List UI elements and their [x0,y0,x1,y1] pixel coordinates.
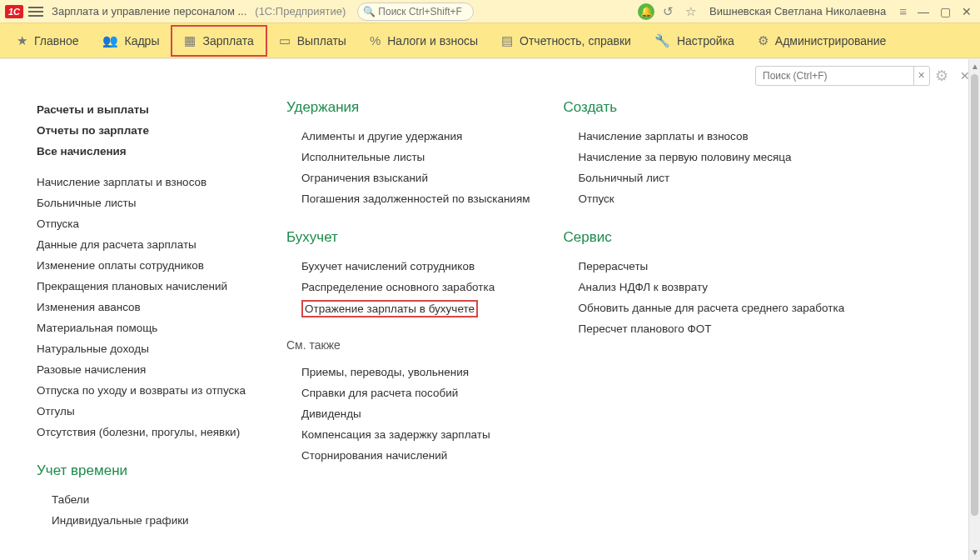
nav-link[interactable]: Расчеты и выплаты [37,99,253,120]
nav-link[interactable]: Дивиденды [286,403,530,424]
content-area: Расчеты и выплаты Отчеты по зарплате Все… [0,59,980,560]
group-servis[interactable]: Сервис [563,229,844,246]
maximize-button[interactable]: ▢ [937,5,953,18]
nav-link[interactable]: Больничный лист [563,168,844,188]
nav-link[interactable]: Отгулы [37,401,253,422]
content-search-input[interactable] [755,66,930,86]
nav-link[interactable]: Все начисления [37,141,253,162]
menu-main[interactable]: ★Главное [5,27,91,55]
menubar: ★Главное 👥Кадры ▦Зарплата ▭Выплаты %Нало… [0,23,980,58]
notifications-icon[interactable]: 🔔 [638,3,654,20]
favorite-icon[interactable]: ☆ [682,4,699,19]
nav-link[interactable]: Компенсация за задержку зарплаты [286,424,530,445]
menu-nastroika[interactable]: 🔧Настройка [643,27,746,55]
menu-zarplata[interactable]: ▦Зарплата [171,25,266,57]
nav-link-otrazhenie-zarplaty[interactable]: Отражение зарплаты в бухучете [301,300,478,318]
nav-link[interactable]: Изменение оплаты сотрудников [37,255,253,276]
nav-link[interactable]: Изменения авансов [37,297,253,318]
report-icon: ▤ [501,33,513,48]
group-see-also: См. также [286,338,530,352]
menu-label: Зарплата [202,34,253,48]
clear-search-button[interactable]: × [913,66,928,86]
nav-link[interactable]: Материальная помощь [37,318,253,338]
nav-link[interactable]: Распределение основного заработка [286,277,530,298]
group-bukhuchet[interactable]: Бухучет [286,229,530,246]
menu-label: Кадры [125,34,160,48]
menu-nalogi[interactable]: %Налоги и взносы [358,27,490,54]
nav-link[interactable]: Больничные листы [37,192,253,213]
column-3: Создать Начисление зарплаты и взносов На… [563,99,844,531]
menu-burger-icon[interactable] [28,7,43,17]
group-uderzhaniya[interactable]: Удержания [286,99,530,116]
content-toolbar: × ⚙ ✕ [755,66,970,86]
app-subtitle: (1С:Предприятие) [255,5,346,18]
nav-link[interactable]: Прекращения плановых начислений [37,276,253,297]
menu-label: Администрирование [775,34,887,48]
column-2: Удержания Алименты и другие удержания Ис… [286,99,530,531]
nav-link[interactable]: Бухучет начислений сотрудников [286,256,530,277]
group-uchet-vremeni[interactable]: Учет времени [37,462,253,479]
history-icon[interactable]: ↺ [659,4,677,19]
group-sozdat[interactable]: Создать [563,99,844,116]
nav-link[interactable]: Данные для расчета зарплаты [37,234,253,255]
more-icon[interactable]: ≡ [896,4,910,18]
titlebar: 1C Зарплата и управление персоналом ... … [0,0,980,23]
people-icon: 👥 [102,33,118,48]
gear-icon: ⚙ [758,33,769,48]
menu-label: Главное [34,34,79,48]
menu-label: Выплаты [297,34,346,48]
scroll-up-icon[interactable]: ▲ [969,61,980,72]
nav-link[interactable]: Натуральные доходы [37,338,253,359]
close-button[interactable]: ✕ [958,5,975,18]
star-icon: ★ [17,33,27,48]
nav-link[interactable]: Анализ НДФЛ к возврату [563,277,844,298]
menu-kadry[interactable]: 👥Кадры [91,27,172,55]
scrollbar[interactable]: ▲ ▼ [968,59,980,560]
nav-link[interactable]: Отчеты по зарплате [37,120,253,141]
menu-label: Настройка [677,34,734,48]
logo-1c: 1C [5,5,23,18]
global-search: 🔍 [357,2,474,21]
nav-link[interactable]: Приемы, переводы, увольнения [286,362,530,382]
scroll-down-icon[interactable]: ▼ [969,547,980,558]
percent-icon: % [370,33,381,48]
nav-link[interactable]: Отпуска по уходу и возвраты из отпуска [37,380,253,401]
nav-link[interactable]: Ограничения взысканий [286,168,530,188]
nav-link[interactable]: Отпуск [563,188,844,209]
app-title: Зарплата и управление персоналом ... [52,5,246,18]
scroll-thumb[interactable] [971,74,978,516]
nav-link[interactable]: Отпуска [37,213,253,234]
nav-link[interactable]: Алименты и другие удержания [286,126,530,147]
wrench-icon: 🔧 [654,33,670,48]
search-icon: 🔍 [363,6,376,18]
menu-otchet[interactable]: ▤Отчетность, справки [490,27,643,55]
user-name[interactable]: Вишневская Светлана Николаевна [709,5,886,18]
content-search: × [755,66,930,86]
column-1: Расчеты и выплаты Отчеты по зарплате Все… [37,99,253,531]
nav-link[interactable]: Исполнительные листы [286,147,530,168]
settings-icon[interactable]: ⚙ [935,67,948,85]
menu-label: Налоги и взносы [387,34,478,48]
nav-link[interactable]: Табели [37,489,253,510]
nav-link[interactable]: Начисление за первую половину месяца [563,147,844,168]
wallet-icon: ▭ [279,33,291,48]
menu-admin[interactable]: ⚙Администрирование [746,27,898,55]
nav-link[interactable]: Начисление зарплаты и взносов [563,126,844,147]
nav-link[interactable]: Погашения задолженностей по взысканиям [286,188,530,209]
nav-link[interactable]: Пересчет планового ФОТ [563,318,844,339]
nav-link[interactable]: Обновить данные для расчета среднего зар… [563,298,844,318]
nav-link[interactable]: Индивидуальные графики [37,510,253,531]
nav-link[interactable]: Отсутствия (болезни, прогулы, неявки) [37,422,253,442]
menu-label: Отчетность, справки [520,34,631,48]
nav-link[interactable]: Сторнирования начислений [286,445,530,466]
nav-link[interactable]: Справки для расчета пособий [286,382,530,403]
minimize-button[interactable]: — [915,5,932,18]
nav-link[interactable]: Начисление зарплаты и взносов [37,172,253,192]
menu-vyplaty[interactable]: ▭Выплаты [267,27,358,55]
nav-link[interactable]: Перерасчеты [563,256,844,277]
table-icon: ▦ [184,33,196,48]
nav-link[interactable]: Разовые начисления [37,359,253,380]
